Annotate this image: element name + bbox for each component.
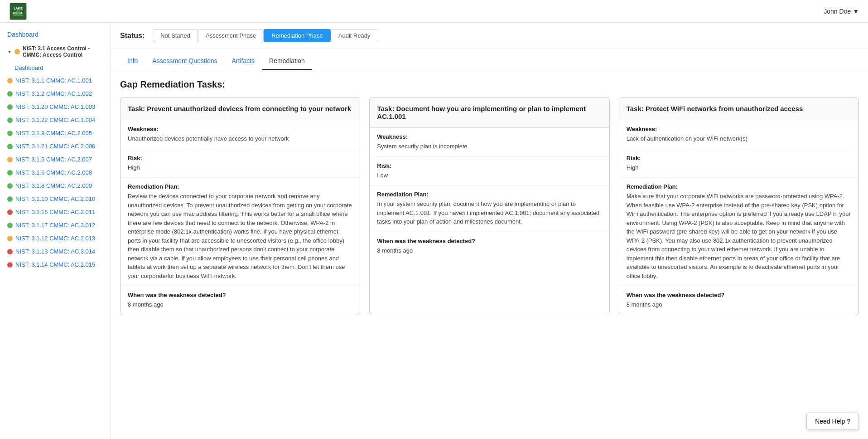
sidebar-item-label: NIST: 3.1.13 CMMC: AC.3.014 [15, 248, 95, 255]
sidebar-section-header[interactable]: ▼ NIST: 3.1 Access Control - CMMC: Acces… [0, 42, 111, 62]
status-buttons: Not StartedAssessment PhaseRemediation P… [153, 29, 378, 42]
sidebar-item-label: NIST: 3.1.1 CMMC: AC.1.001 [15, 77, 92, 84]
sidebar-sub-dashboard[interactable]: Dashboard [0, 62, 111, 74]
user-dropdown-icon: ▼ [853, 8, 859, 15]
status-dot [7, 144, 13, 149]
tab-artifacts[interactable]: Artifacts [225, 53, 262, 70]
sidebar-items-list: NIST: 3.1.1 CMMC: AC.1.001NIST: 3.1.2 CM… [0, 74, 111, 271]
weakness-value: System security plan is incomplete [377, 142, 602, 151]
sidebar-item-item-9[interactable]: NIST: 3.1.8 CMMC: AC.2.009 [0, 179, 111, 192]
status-btn-assessment-phase[interactable]: Assessment Phase [198, 29, 264, 42]
tab-assessment-questions[interactable]: Assessment Questions [145, 53, 224, 70]
weakness-section: Weakness: Lack of authentication on your… [619, 120, 858, 149]
sidebar-item-label: NIST: 3.1.2 CMMC: AC.1.002 [15, 90, 92, 97]
sidebar-item-item-11[interactable]: NIST: 3.1.16 CMMC: AC.2.011 [0, 205, 111, 219]
status-dot [7, 157, 13, 162]
task-card-task-1: Task: Prevent unauthorized devices from … [120, 97, 360, 315]
sidebar-item-label: NIST: 3.1.9 CMMC: AC.2.005 [15, 130, 92, 137]
user-name: John Doe [824, 8, 851, 15]
need-help-button[interactable]: Need Help ? [806, 413, 859, 430]
detected-section: When was the weakness detected? 8 months… [619, 286, 858, 315]
remediation-plan-value: In your system security plan, document h… [377, 200, 602, 226]
detected-value: 8 months ago [377, 246, 602, 255]
sidebar-item-label: NIST: 3.1.17 CMMC: AC.3.012 [15, 222, 95, 229]
risk-value: High [627, 163, 851, 172]
status-btn-audit-ready[interactable]: Audit Ready [331, 29, 378, 42]
sidebar: Dashboard ▼ NIST: 3.1 Access Control - C… [0, 23, 111, 439]
weakness-section: Weakness: Unauthorized devices potential… [121, 120, 360, 149]
weakness-value: Lack of authentication on your WiFi netw… [627, 134, 851, 143]
sidebar-item-label: NIST: 3.1.21 CMMC: AC.2.006 [15, 143, 95, 150]
remediation-plan-section: Remediation Plan: Review the devices con… [121, 178, 360, 286]
sidebar-item-label: NIST: 3.1.20 CMMC: AC.1.003 [15, 103, 95, 110]
task-card-task-3: Task: Protect WiFi networks from unautho… [619, 97, 859, 315]
status-dot [7, 210, 13, 215]
status-dot [7, 131, 13, 136]
detected-value: 8 months ago [627, 300, 851, 309]
status-dot [7, 196, 13, 202]
risk-section: Risk: High [121, 149, 360, 178]
sidebar-item-item-4[interactable]: NIST: 3.1.22 CMMC: AC.1.004 [0, 113, 111, 127]
section-status-dot [14, 49, 20, 54]
risk-label: Risk: [377, 162, 602, 169]
remediation-plan-section: Remediation Plan: In your system securit… [370, 185, 609, 232]
sidebar-item-label: NIST: 3.1.10 CMMC: AC.2.010 [15, 195, 95, 202]
tab-remediation[interactable]: Remediation [262, 53, 312, 70]
content-area: Status: Not StartedAssessment PhaseRemed… [111, 23, 868, 439]
status-btn-remediation-phase[interactable]: Remediation Phase [264, 29, 330, 42]
weakness-label: Weakness: [128, 126, 352, 132]
remediation-plan-label: Remediation Plan: [128, 183, 352, 190]
risk-section: Risk: High [619, 149, 858, 178]
main-layout: Dashboard ▼ NIST: 3.1 Access Control - C… [0, 23, 868, 439]
tasks-grid: Task: Prevent unauthorized devices from … [111, 97, 868, 324]
task-card-title: Task: Document how you are implementing … [370, 98, 609, 128]
weakness-value: Unauthorized devices potentially have ac… [128, 134, 352, 143]
status-btn-not-started[interactable]: Not Started [153, 29, 198, 42]
detected-label: When was the weakness detected? [627, 292, 851, 298]
sidebar-item-item-14[interactable]: NIST: 3.1.13 CMMC: AC.3.014 [0, 245, 111, 258]
status-dot [7, 236, 13, 241]
tab-info[interactable]: Info [120, 53, 145, 70]
status-dot [7, 91, 13, 97]
sidebar-item-item-12[interactable]: NIST: 3.1.17 CMMC: AC.3.012 [0, 219, 111, 232]
remediation-plan-value: Review the devices connected to your cor… [128, 192, 352, 280]
risk-value: Low [377, 171, 602, 180]
sidebar-item-item-3[interactable]: NIST: 3.1.20 CMMC: AC.1.003 [0, 100, 111, 113]
sidebar-item-item-1[interactable]: NIST: 3.1.1 CMMC: AC.1.001 [0, 74, 111, 87]
status-bar: Status: Not StartedAssessment PhaseRemed… [111, 23, 868, 49]
status-dot [7, 104, 13, 110]
detected-label: When was the weakness detected? [377, 238, 602, 244]
sidebar-item-label: NIST: 3.1.5 CMMC: AC.2.007 [15, 156, 92, 163]
user-menu[interactable]: John Doe ▼ [824, 8, 859, 15]
weakness-label: Weakness: [627, 126, 851, 132]
task-card-task-2: Task: Document how you are implementing … [369, 97, 609, 315]
sidebar-item-item-5[interactable]: NIST: 3.1.9 CMMC: AC.2.005 [0, 127, 111, 140]
sidebar-item-item-6[interactable]: NIST: 3.1.21 CMMC: AC.2.006 [0, 140, 111, 153]
sidebar-item-item-2[interactable]: NIST: 3.1.2 CMMC: AC.1.002 [0, 87, 111, 100]
sidebar-item-label: NIST: 3.1.6 CMMC: AC.2.008 [15, 169, 92, 176]
sidebar-item-item-13[interactable]: NIST: 3.1.12 CMMC: AC.2.013 [0, 232, 111, 245]
sidebar-item-label: NIST: 3.1.14 CMMC: AC.2.015 [15, 261, 95, 268]
risk-label: Risk: [627, 155, 851, 161]
task-card-title: Task: Prevent unauthorized devices from … [121, 98, 360, 120]
risk-value: High [128, 163, 352, 172]
sidebar-item-item-7[interactable]: NIST: 3.1.5 CMMC: AC.2.007 [0, 153, 111, 166]
sidebar-item-item-10[interactable]: NIST: 3.1.10 CMMC: AC.2.010 [0, 192, 111, 205]
status-dot [7, 78, 13, 83]
sidebar-item-label: NIST: 3.1.16 CMMC: AC.2.011 [15, 209, 95, 215]
tabs: InfoAssessment QuestionsArtifactsRemedia… [111, 53, 868, 70]
status-label: Status: [120, 32, 145, 40]
chevron-down-icon: ▼ [7, 49, 12, 54]
sidebar-item-item-8[interactable]: NIST: 3.1.6 CMMC: AC.2.008 [0, 166, 111, 179]
sidebar-dashboard[interactable]: Dashboard [0, 27, 111, 42]
weakness-section: Weakness: System security plan is incomp… [370, 128, 609, 157]
sidebar-item-label: NIST: 3.1.12 CMMC: AC.2.013 [15, 235, 95, 242]
sidebar-item-label: NIST: 3.1.8 CMMC: AC.2.009 [15, 182, 92, 189]
sidebar-item-label: NIST: 3.1.22 CMMC: AC.1.004 [15, 117, 95, 123]
sidebar-item-item-15[interactable]: NIST: 3.1.14 CMMC: AC.2.015 [0, 258, 111, 271]
remediation-plan-label: Remediation Plan: [377, 191, 602, 198]
detected-label: When was the weakness detected? [128, 292, 352, 298]
logo: LAKE RIDGE [9, 2, 27, 20]
detected-section: When was the weakness detected? 8 months… [370, 232, 609, 261]
status-dot [7, 249, 13, 254]
